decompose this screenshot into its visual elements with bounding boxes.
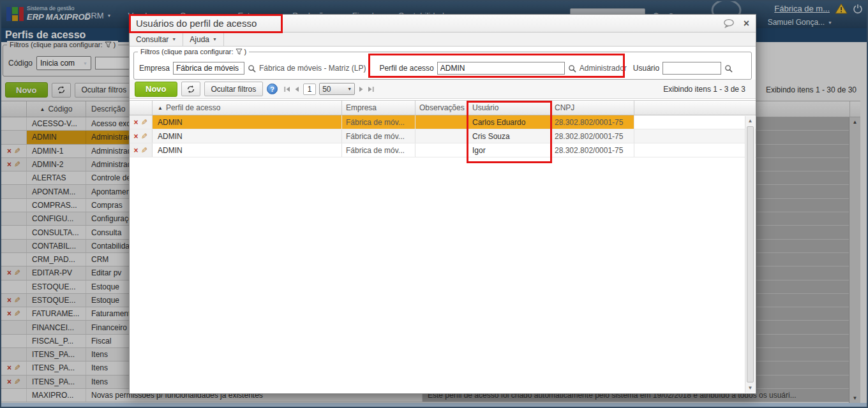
comment-icon[interactable] <box>723 18 735 28</box>
empresa-filter-input[interactable] <box>173 62 244 75</box>
filter-funnel-icon <box>236 48 243 55</box>
perfil-label: Perfil de acesso <box>379 64 433 73</box>
edit-icon[interactable]: ✎ <box>141 133 147 140</box>
observacoes-cell <box>415 143 468 157</box>
delete-icon[interactable]: × <box>133 133 138 140</box>
last-page-icon[interactable] <box>368 86 374 92</box>
chevron-down-icon: ▼ <box>213 37 217 41</box>
filters-legend: Filtros (clique para configurar: ) <box>138 48 249 55</box>
sort-asc-icon: ▲ <box>158 105 163 111</box>
usuario-column-header[interactable]: Usuário <box>468 101 551 115</box>
row-actions: × ✎ <box>130 115 153 129</box>
scrollbar-thumb[interactable] <box>747 126 754 382</box>
cnpj-cell: 28.302.802/0001-75 <box>551 115 634 129</box>
usuario-filter-input[interactable] <box>662 62 721 75</box>
modal-scrollbar[interactable]: ▲ ▼ <box>745 116 755 393</box>
modal-title: Usuários do perfil de acesso <box>136 18 723 29</box>
table-row[interactable]: × ✎ ADMIN Fábrica de móv... Cris Souza 2… <box>130 129 756 143</box>
perfil-filter-input[interactable] <box>437 62 565 75</box>
perfil-cell: ADMIN <box>153 129 342 143</box>
users-table-body: × ✎ ADMIN Fábrica de móv... Carlos Eduar… <box>130 115 756 157</box>
scroll-down-icon[interactable]: ▼ <box>745 385 755 391</box>
perfil-cell: ADMIN <box>153 115 342 129</box>
chevron-down-icon: ▼ <box>172 37 176 41</box>
usuario-cell: Cris Souza <box>468 129 551 143</box>
page-number[interactable]: 1 <box>303 84 316 95</box>
cnpj-cell: 28.302.802/0001-75 <box>551 129 634 143</box>
modal-menubar: Consultar▼ Ajuda▼ <box>130 33 756 47</box>
modal-toolbar: Novo Ocultar filtros ? 1 50▼ <box>130 80 756 99</box>
perfil-cell: ADMIN <box>153 143 342 157</box>
modal-title-bar: Usuários do perfil de acesso × <box>130 15 756 33</box>
empresa-column-header[interactable]: Empresa <box>342 101 415 115</box>
modal-filters-panel[interactable]: Filtros (clique para configurar: ) Empre… <box>133 52 752 80</box>
cnpj-column-header[interactable]: CNPJ <box>551 101 634 115</box>
observacoes-cell <box>415 115 468 129</box>
page-size-select[interactable]: 50▼ <box>319 83 355 95</box>
novo-button[interactable]: Novo <box>135 82 177 97</box>
prev-page-icon[interactable] <box>294 86 300 92</box>
search-icon[interactable] <box>724 64 733 73</box>
search-icon[interactable] <box>248 64 256 73</box>
close-icon[interactable]: × <box>744 18 749 29</box>
observacoes-cell <box>415 129 468 143</box>
users-table-header: ▲ Perfil de acesso Empresa Observações U… <box>130 100 756 115</box>
empresa-label: Empresa <box>139 64 170 73</box>
menu-item[interactable]: Ajuda▼ <box>183 33 224 46</box>
menu-item[interactable]: Consultar▼ <box>130 33 183 46</box>
edit-icon[interactable]: ✎ <box>141 119 147 126</box>
search-icon[interactable] <box>568 64 576 73</box>
refresh-button[interactable] <box>181 82 200 96</box>
usuario-label: Usuário <box>633 64 659 73</box>
observacoes-column-header[interactable]: Observações <box>415 101 468 115</box>
refresh-icon <box>186 85 195 94</box>
empresa-cell: Fábrica de móv... <box>342 115 415 129</box>
usuario-cell: Igor <box>468 143 551 157</box>
app-screen: Sistema de gestão ERP MAXIPROD CRM▼ Vend… <box>0 0 868 408</box>
perfil-display: Administrador <box>580 64 627 73</box>
table-row[interactable]: × ✎ ADMIN Fábrica de móv... Igor 28.302.… <box>130 143 756 157</box>
delete-icon[interactable]: × <box>133 119 138 126</box>
empresa-cell: Fábrica de móv... <box>342 129 415 143</box>
usuarios-perfil-modal: Usuários do perfil de acesso × Consultar… <box>129 14 756 394</box>
ocultar-filtros-button[interactable]: Ocultar filtros <box>204 82 264 96</box>
edit-icon[interactable]: ✎ <box>141 147 147 154</box>
next-page-icon[interactable] <box>358 86 364 92</box>
scroll-up-icon[interactable]: ▲ <box>745 118 755 124</box>
usuario-cell: Carlos Eduardo <box>468 115 551 129</box>
first-page-icon[interactable] <box>284 86 290 92</box>
empresa-display: Fábrica de móveis - Matriz (LP) <box>259 64 366 73</box>
empresa-cell: Fábrica de móv... <box>342 143 415 157</box>
help-icon[interactable]: ? <box>267 84 278 94</box>
delete-icon[interactable]: × <box>133 147 138 154</box>
row-actions: × ✎ <box>130 129 153 143</box>
paging-info: Exibindo itens 1 - 3 de 3 <box>663 85 745 94</box>
actions-column-header <box>130 101 153 115</box>
perfil-column-header[interactable]: ▲ Perfil de acesso <box>153 101 342 115</box>
chevron-down-icon: ▼ <box>347 87 352 91</box>
cnpj-cell: 28.302.802/0001-75 <box>551 143 634 157</box>
table-row[interactable]: × ✎ ADMIN Fábrica de móv... Carlos Eduar… <box>130 115 756 129</box>
row-actions: × ✎ <box>130 143 153 157</box>
